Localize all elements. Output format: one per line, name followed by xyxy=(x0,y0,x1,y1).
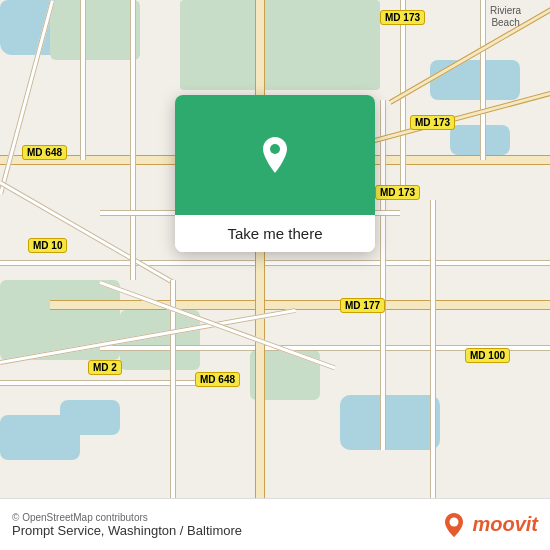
take-me-there-button[interactable]: Take me there xyxy=(175,215,375,252)
moovit-logo[interactable]: moovit xyxy=(440,511,538,539)
location-pin-icon xyxy=(253,133,297,177)
badge-md10: MD 10 xyxy=(28,238,67,253)
badge-md177: MD 177 xyxy=(340,298,385,313)
road-v-2 xyxy=(130,0,136,280)
popup-card: Take me there xyxy=(175,95,375,252)
app-name-text: Prompt Service, Washington / Baltimore xyxy=(12,523,242,538)
road-v-local-1 xyxy=(80,0,86,160)
road-v-3 xyxy=(380,100,386,450)
road-h-3 xyxy=(0,260,550,266)
riviera-beach-label: Riviera Beach xyxy=(490,5,521,29)
water-bottom-left2 xyxy=(60,400,120,435)
badge-md173-top: MD 173 xyxy=(380,10,425,25)
map-container: Riviera Beach MD 173 MD 173 MD 173 MD 64… xyxy=(0,0,550,550)
road-v-local-3 xyxy=(480,0,486,160)
moovit-brand-text: moovit xyxy=(472,513,538,536)
green-top-left xyxy=(50,0,140,60)
road-v-5 xyxy=(400,0,406,200)
badge-md173-mid: MD 173 xyxy=(410,115,455,130)
badge-md2: MD 2 xyxy=(88,360,122,375)
bottom-left-section: © OpenStreetMap contributors Prompt Serv… xyxy=(12,512,242,538)
road-v-4 xyxy=(430,200,436,500)
popup-green-section xyxy=(175,95,375,215)
svg-point-0 xyxy=(270,144,280,154)
water-mid-right xyxy=(430,60,520,100)
green-top-center xyxy=(180,0,380,90)
road-v-local-2 xyxy=(170,280,176,500)
badge-md100: MD 100 xyxy=(465,348,510,363)
moovit-pin-icon xyxy=(440,511,468,539)
badge-md648-bot: MD 648 xyxy=(195,372,240,387)
copyright-text: © OpenStreetMap contributors xyxy=(12,512,242,523)
bottom-bar: © OpenStreetMap contributors Prompt Serv… xyxy=(0,498,550,550)
road-h-main-2 xyxy=(50,300,550,310)
badge-md648-left: MD 648 xyxy=(22,145,67,160)
svg-point-1 xyxy=(450,517,459,526)
water-bottom-right xyxy=(340,395,440,450)
badge-md173-low: MD 173 xyxy=(375,185,420,200)
